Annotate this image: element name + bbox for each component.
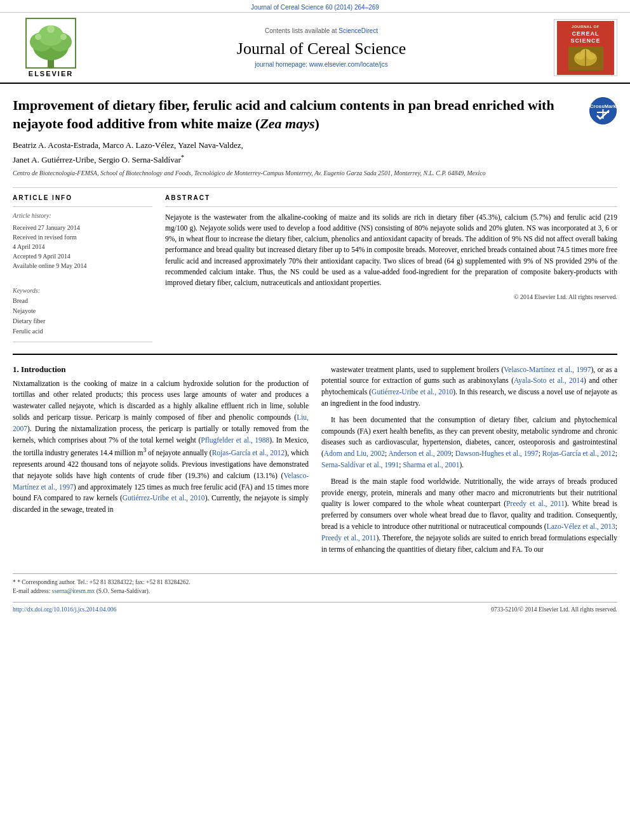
info-divider-bottom — [13, 342, 152, 342]
info-divider-top — [13, 206, 152, 207]
article-footer: * * Corresponding author. Tel.: +52 81 8… — [13, 573, 617, 613]
article-info-abstract-section: ARTICLE INFO Article history: Received 2… — [13, 194, 617, 347]
keyword-1: Bread — [13, 296, 152, 306]
issn-rights: 0733-5210/© 2014 Elsevier Ltd. All right… — [491, 606, 617, 613]
keyword-2: Nejayote — [13, 306, 152, 316]
main-content: Improvement of dietary fiber, ferulic ac… — [0, 84, 630, 613]
authors: Beatriz A. Acosta-Estrada, Marco A. Lazo… — [13, 139, 617, 166]
article-title-italic: Zea mays — [260, 116, 314, 131]
footer-links: http://dx.doi.org/10.1016/j.jcs.2014.04.… — [13, 602, 617, 613]
body-divider — [13, 354, 617, 355]
ref-anderson-2009[interactable]: Anderson et al., 2009 — [389, 450, 452, 457]
right-paragraph-3: Bread is the main staple food worldwide.… — [321, 476, 617, 556]
available-date: Available online 9 May 2014 — [13, 261, 152, 270]
received-revised-label: Received in revised form — [13, 232, 152, 242]
article-title-section: Improvement of dietary fiber, ferulic ac… — [13, 84, 617, 139]
journal-title: Journal of Cereal Science — [102, 39, 541, 58]
article-info-header: ARTICLE INFO — [13, 194, 152, 201]
svg-point-7 — [47, 25, 55, 33]
email-address[interactable]: sserna@itesm.mx — [52, 588, 95, 594]
ref-ayala-2014[interactable]: Ayala-Soto et al., 2014 — [514, 377, 584, 384]
body-right-text: wastewater treatment plants, used to sup… — [321, 364, 617, 556]
badge-journal-label: JOURNAL OF — [572, 25, 600, 29]
section-title: Introduction — [21, 364, 66, 374]
ref-velasco-1997a[interactable]: Velasco-Martínez et al., 1997 — [13, 472, 309, 491]
abstract-text: Nejayote is the wastewater from the alka… — [165, 212, 617, 289]
footnote-text-content: * Corresponding author. Tel.: +52 81 832… — [17, 579, 190, 585]
journal-info-bar: Journal of Cereal Science 60 (2014) 264–… — [0, 0, 630, 12]
ref-preedy-2011b[interactable]: Preedy et al., 2011 — [321, 534, 377, 542]
copyright-line: © 2014 Elsevier Ltd. All rights reserved… — [165, 293, 617, 300]
article-title-end: ) — [315, 116, 319, 131]
badge-image-icon — [568, 46, 603, 70]
keywords-label: Keywords: — [13, 287, 152, 294]
keyword-4: Ferulic acid — [13, 326, 152, 337]
section-divider-1 — [13, 187, 617, 188]
journal-header: ELSEVIER Contents lists available at Sci… — [0, 12, 630, 84]
email-label: E-mail address: — [13, 588, 50, 594]
article-title: Improvement of dietary fiber, ferulic ac… — [13, 97, 589, 133]
left-paragraph-1: Nixtamalization is the cooking of maize … — [13, 378, 309, 516]
sciencedirect-line: Contents lists available at ScienceDirec… — [102, 27, 541, 34]
ref-gutierrez-2010b[interactable]: Gutiérrez-Uribe et al., 2010 — [372, 388, 453, 396]
accepted-date: Accepted 9 April 2014 — [13, 251, 152, 261]
crossmark-badge[interactable]: CrossMark — [589, 97, 617, 125]
ref-liu-2007[interactable]: Liu, 2007 — [13, 413, 309, 432]
journal-center-info: Contents lists available at ScienceDirec… — [89, 27, 554, 68]
homepage-url[interactable]: www.elsevier.com/locate/jcs — [309, 61, 388, 68]
abstract-header: ABSTRACT — [165, 194, 617, 201]
received-revised-date: 4 April 2014 — [13, 242, 152, 251]
ref-gutierrez-2010a[interactable]: Gutiérrez-Uribe et al., 2010 — [123, 494, 205, 502]
cereal-science-badge: JOURNAL OF CEREALSCIENCE — [557, 21, 614, 75]
cereal-science-badge-container: JOURNAL OF CEREALSCIENCE — [554, 19, 617, 76]
ref-rojas-garcia-2012b[interactable]: Rojas-García et al., 2012 — [542, 450, 615, 457]
ref-rojas-garcia-2012a[interactable]: Rojas-García et al., 2012 — [212, 449, 285, 457]
svg-text:CrossMark: CrossMark — [590, 103, 617, 109]
authors-text: Beatriz A. Acosta-Estrada, Marco A. Lazo… — [13, 140, 243, 164]
affiliation: Centro de Biotecnología-FEMSA, School of… — [13, 169, 617, 178]
right-paragraph-2: It has been documented that the consumpt… — [321, 415, 617, 471]
ref-velasco-1997b[interactable]: Velasco-Martínez et al., 1997 — [504, 366, 591, 373]
received-date: Received 27 January 2014 — [13, 223, 152, 232]
body-left-text: Nixtamalization is the cooking of maize … — [13, 378, 309, 516]
ref-adom-liu-2002[interactable]: Adom and Liu, 2002 — [324, 450, 385, 457]
journal-homepage: journal homepage: www.elsevier.com/locat… — [102, 61, 541, 68]
abstract-divider-top — [165, 206, 617, 207]
ref-dawson-1997[interactable]: Dawson-Hughes et al., 1997 — [455, 450, 539, 457]
right-paragraph-1: wastewater treatment plants, used to sup… — [321, 364, 617, 410]
ref-lazo-2013[interactable]: Lazo-Vélez et al., 2013 — [547, 523, 615, 530]
svg-point-13 — [587, 53, 596, 60]
body-left-column: 1. Introduction Nixtamalization is the c… — [13, 364, 309, 561]
ref-serna-1991[interactable]: Serna-Saldívar et al., 1991 — [321, 461, 399, 469]
abstract-column: ABSTRACT Nejayote is the wastewater from… — [165, 194, 617, 347]
corresponding-mark: * — [181, 153, 184, 161]
section-1-heading: 1. Introduction — [13, 364, 309, 375]
doi-link[interactable]: http://dx.doi.org/10.1016/j.jcs.2014.04.… — [13, 606, 116, 613]
elsevier-logo: ELSEVIER — [13, 18, 89, 77]
svg-point-12 — [575, 53, 584, 60]
email-person: (S.O. Serna-Saldívar). — [97, 588, 150, 594]
footnote-corresponding: * * Corresponding author. Tel.: +52 81 8… — [13, 578, 617, 587]
ref-preedy-2011a[interactable]: Preedy et al., 2011 — [506, 500, 565, 507]
body-content: 1. Introduction Nixtamalization is the c… — [13, 364, 617, 561]
article-history-label: Article history: — [13, 212, 152, 219]
footnote-email: E-mail address: sserna@itesm.mx (S.O. Se… — [13, 587, 617, 596]
svg-point-6 — [60, 34, 67, 40]
keyword-3: Dietary fiber — [13, 316, 152, 326]
elsevier-tree-icon — [25, 18, 76, 69]
section-number: 1. — [13, 364, 19, 374]
contents-text: Contents lists available at — [265, 27, 337, 34]
article-info-column: ARTICLE INFO Article history: Received 2… — [13, 194, 152, 347]
elsevier-label: ELSEVIER — [29, 70, 73, 77]
svg-point-5 — [35, 34, 41, 40]
body-right-column: wastewater treatment plants, used to sup… — [321, 364, 617, 561]
homepage-label: journal homepage: — [255, 61, 307, 68]
journal-volume-info: Journal of Cereal Science 60 (2014) 264–… — [251, 4, 379, 11]
ref-sharma-2001[interactable]: Sharma et al., 2001 — [403, 461, 459, 469]
badge-title: CEREALSCIENCE — [570, 30, 600, 44]
ref-pflugfelder-1988[interactable]: Pflugfelder et al., 1988 — [201, 436, 269, 444]
sciencedirect-link[interactable]: ScienceDirect — [338, 27, 378, 34]
